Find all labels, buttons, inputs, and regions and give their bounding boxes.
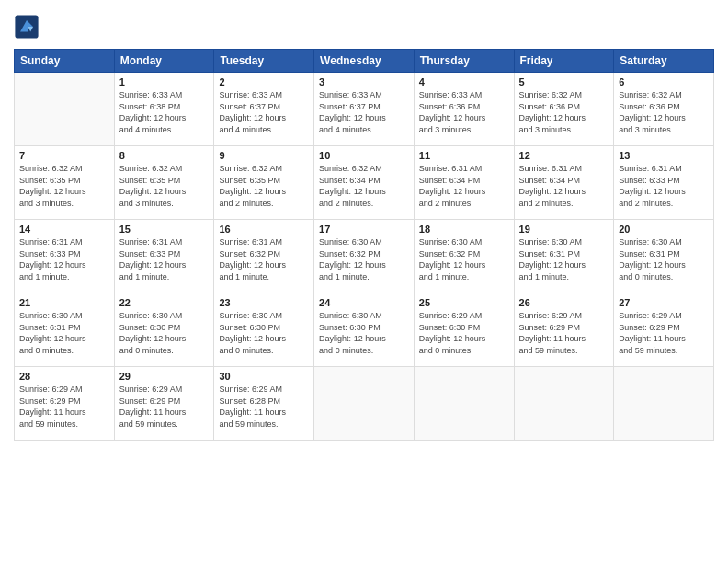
week-row-5: 28Sunrise: 6:29 AM Sunset: 6:29 PM Dayli… [15, 367, 714, 441]
week-row-2: 7Sunrise: 6:32 AM Sunset: 6:35 PM Daylig… [15, 146, 714, 220]
day-info: Sunrise: 6:33 AM Sunset: 6:37 PM Dayligh… [219, 89, 309, 135]
day-cell [614, 367, 714, 441]
day-cell: 16Sunrise: 6:31 AM Sunset: 6:32 PM Dayli… [214, 220, 314, 293]
week-row-3: 14Sunrise: 6:31 AM Sunset: 6:33 PM Dayli… [15, 220, 714, 293]
day-cell: 28Sunrise: 6:29 AM Sunset: 6:29 PM Dayli… [15, 367, 115, 441]
day-number: 15 [119, 224, 210, 235]
day-info: Sunrise: 6:29 AM Sunset: 6:29 PM Dayligh… [119, 384, 210, 430]
day-cell: 6Sunrise: 6:32 AM Sunset: 6:36 PM Daylig… [614, 73, 714, 146]
day-cell: 5Sunrise: 6:32 AM Sunset: 6:36 PM Daylig… [514, 73, 614, 146]
header-row: SundayMondayTuesdayWednesdayThursdayFrid… [15, 50, 714, 73]
day-info: Sunrise: 6:31 AM Sunset: 6:34 PM Dayligh… [419, 163, 509, 209]
day-cell: 3Sunrise: 6:33 AM Sunset: 6:37 PM Daylig… [314, 73, 415, 146]
day-cell: 26Sunrise: 6:29 AM Sunset: 6:29 PM Dayli… [514, 293, 614, 367]
day-number: 8 [119, 150, 210, 161]
day-info: Sunrise: 6:31 AM Sunset: 6:34 PM Dayligh… [519, 163, 609, 209]
day-number: 22 [119, 297, 210, 308]
day-number: 26 [519, 297, 609, 308]
day-number: 6 [619, 76, 709, 87]
day-number: 10 [319, 150, 409, 161]
day-number: 16 [219, 224, 309, 235]
day-info: Sunrise: 6:30 AM Sunset: 6:32 PM Dayligh… [419, 236, 509, 282]
logo-icon [14, 14, 40, 40]
column-header-thursday: Thursday [414, 50, 514, 73]
day-info: Sunrise: 6:33 AM Sunset: 6:38 PM Dayligh… [119, 89, 210, 135]
calendar-header: SundayMondayTuesdayWednesdayThursdayFrid… [15, 50, 714, 73]
column-header-sunday: Sunday [15, 50, 115, 73]
day-cell [514, 367, 614, 441]
day-cell: 4Sunrise: 6:33 AM Sunset: 6:36 PM Daylig… [414, 73, 514, 146]
day-cell: 9Sunrise: 6:32 AM Sunset: 6:35 PM Daylig… [214, 146, 314, 220]
day-number: 13 [619, 150, 709, 161]
day-number: 11 [419, 150, 509, 161]
day-cell: 17Sunrise: 6:30 AM Sunset: 6:32 PM Dayli… [314, 220, 415, 293]
day-number: 14 [19, 224, 109, 235]
day-number: 20 [619, 224, 709, 235]
day-info: Sunrise: 6:31 AM Sunset: 6:33 PM Dayligh… [619, 163, 709, 209]
day-cell [414, 367, 514, 441]
day-number: 27 [619, 297, 709, 308]
day-cell: 8Sunrise: 6:32 AM Sunset: 6:35 PM Daylig… [114, 146, 214, 220]
day-info: Sunrise: 6:30 AM Sunset: 6:32 PM Dayligh… [319, 236, 409, 282]
day-number: 19 [519, 224, 609, 235]
day-cell: 11Sunrise: 6:31 AM Sunset: 6:34 PM Dayli… [414, 146, 514, 220]
day-info: Sunrise: 6:30 AM Sunset: 6:31 PM Dayligh… [19, 310, 109, 356]
day-cell: 18Sunrise: 6:30 AM Sunset: 6:32 PM Dayli… [414, 220, 514, 293]
day-info: Sunrise: 6:31 AM Sunset: 6:33 PM Dayligh… [19, 236, 109, 282]
day-number: 7 [19, 150, 109, 161]
day-number: 17 [319, 224, 409, 235]
day-cell: 14Sunrise: 6:31 AM Sunset: 6:33 PM Dayli… [15, 220, 115, 293]
day-cell: 21Sunrise: 6:30 AM Sunset: 6:31 PM Dayli… [15, 293, 115, 367]
day-info: Sunrise: 6:32 AM Sunset: 6:34 PM Dayligh… [319, 163, 409, 209]
day-info: Sunrise: 6:33 AM Sunset: 6:37 PM Dayligh… [319, 89, 409, 135]
column-header-saturday: Saturday [614, 50, 714, 73]
week-row-4: 21Sunrise: 6:30 AM Sunset: 6:31 PM Dayli… [15, 293, 714, 367]
day-info: Sunrise: 6:30 AM Sunset: 6:30 PM Dayligh… [319, 310, 409, 356]
column-header-tuesday: Tuesday [214, 50, 314, 73]
day-number: 18 [419, 224, 509, 235]
day-cell: 2Sunrise: 6:33 AM Sunset: 6:37 PM Daylig… [214, 73, 314, 146]
day-number: 3 [319, 76, 409, 87]
day-number: 4 [419, 76, 509, 87]
day-number: 29 [119, 371, 210, 382]
day-cell: 10Sunrise: 6:32 AM Sunset: 6:34 PM Dayli… [314, 146, 415, 220]
day-info: Sunrise: 6:30 AM Sunset: 6:30 PM Dayligh… [219, 310, 309, 356]
day-info: Sunrise: 6:29 AM Sunset: 6:30 PM Dayligh… [419, 310, 509, 356]
day-info: Sunrise: 6:29 AM Sunset: 6:28 PM Dayligh… [219, 384, 309, 430]
day-info: Sunrise: 6:32 AM Sunset: 6:36 PM Dayligh… [519, 89, 609, 135]
day-info: Sunrise: 6:30 AM Sunset: 6:31 PM Dayligh… [619, 236, 709, 282]
day-info: Sunrise: 6:30 AM Sunset: 6:31 PM Dayligh… [519, 236, 609, 282]
day-info: Sunrise: 6:31 AM Sunset: 6:32 PM Dayligh… [219, 236, 309, 282]
day-number: 23 [219, 297, 309, 308]
day-cell: 29Sunrise: 6:29 AM Sunset: 6:29 PM Dayli… [114, 367, 214, 441]
day-info: Sunrise: 6:32 AM Sunset: 6:35 PM Dayligh… [19, 163, 109, 209]
day-cell: 15Sunrise: 6:31 AM Sunset: 6:33 PM Dayli… [114, 220, 214, 293]
day-number: 1 [119, 76, 210, 87]
day-cell [314, 367, 415, 441]
day-number: 21 [19, 297, 109, 308]
day-cell: 23Sunrise: 6:30 AM Sunset: 6:30 PM Dayli… [214, 293, 314, 367]
column-header-monday: Monday [114, 50, 214, 73]
logo [14, 14, 43, 40]
day-info: Sunrise: 6:30 AM Sunset: 6:30 PM Dayligh… [119, 310, 210, 356]
day-number: 25 [419, 297, 509, 308]
day-number: 5 [519, 76, 609, 87]
day-cell: 22Sunrise: 6:30 AM Sunset: 6:30 PM Dayli… [114, 293, 214, 367]
day-info: Sunrise: 6:31 AM Sunset: 6:33 PM Dayligh… [119, 236, 210, 282]
day-number: 9 [219, 150, 309, 161]
day-cell: 7Sunrise: 6:32 AM Sunset: 6:35 PM Daylig… [15, 146, 115, 220]
day-number: 12 [519, 150, 609, 161]
day-cell: 13Sunrise: 6:31 AM Sunset: 6:33 PM Dayli… [614, 146, 714, 220]
day-info: Sunrise: 6:29 AM Sunset: 6:29 PM Dayligh… [619, 310, 709, 356]
day-cell: 30Sunrise: 6:29 AM Sunset: 6:28 PM Dayli… [214, 367, 314, 441]
day-number: 28 [19, 371, 109, 382]
header [14, 14, 714, 40]
day-info: Sunrise: 6:33 AM Sunset: 6:36 PM Dayligh… [419, 89, 509, 135]
day-cell [15, 73, 115, 146]
column-header-wednesday: Wednesday [314, 50, 415, 73]
day-number: 2 [219, 76, 309, 87]
day-info: Sunrise: 6:32 AM Sunset: 6:35 PM Dayligh… [119, 163, 210, 209]
day-info: Sunrise: 6:29 AM Sunset: 6:29 PM Dayligh… [19, 384, 109, 430]
day-cell: 1Sunrise: 6:33 AM Sunset: 6:38 PM Daylig… [114, 73, 214, 146]
day-cell: 20Sunrise: 6:30 AM Sunset: 6:31 PM Dayli… [614, 220, 714, 293]
